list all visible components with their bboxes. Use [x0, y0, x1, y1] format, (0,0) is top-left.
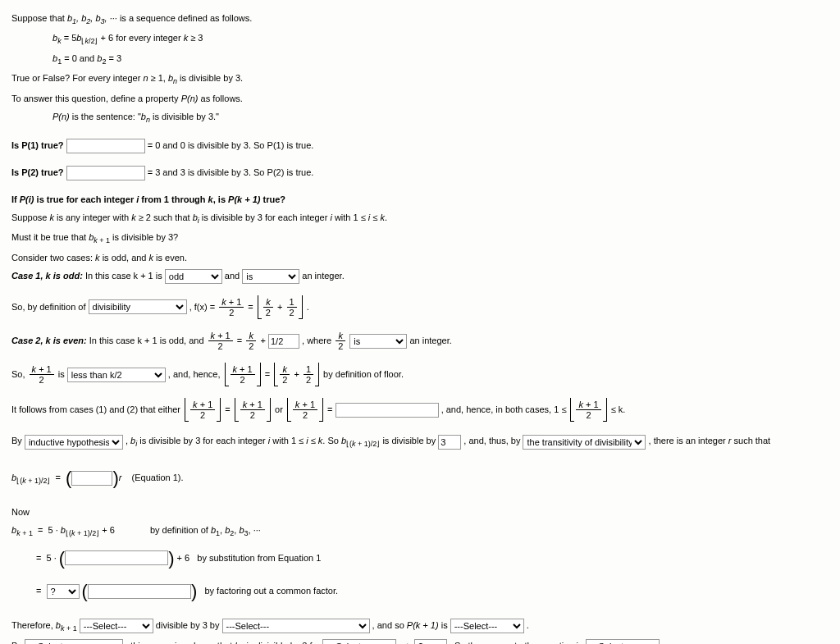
follows-row: It follows from cases (1) and (2) that e…	[11, 398, 829, 422]
t: Therefore, bk + 1	[11, 620, 80, 630]
case2-label: Case 2, k is even:	[11, 335, 87, 345]
t: an integer.	[409, 335, 451, 345]
intro-l4: True or False? For every integer n ≥ 1, …	[11, 71, 829, 88]
t: n ≥	[399, 641, 413, 644]
now-l1: bk + 1 = 5 · b⌊(k + 1)/2⌋ + 6 by definit…	[11, 523, 829, 540]
p1-answer: = 0 and 0 is divisible by 3. So P(1) is …	[148, 140, 314, 150]
t: . So the answer to the question is	[450, 641, 586, 644]
t: is a sequence defined as follows.	[120, 13, 252, 23]
t: So,	[11, 369, 28, 379]
intro-l6: P(n) is the sentence: "bn is divisible b…	[52, 109, 829, 126]
p2-input[interactable]	[66, 166, 145, 180]
p2-row: Is P(2) true? = 3 and 3 is divisible by …	[11, 165, 829, 180]
case2-input-half[interactable]	[268, 334, 299, 349]
t: an integer.	[302, 271, 344, 281]
t: divisible by 3 by	[156, 620, 222, 630]
t: , bi is divisible by 3 for each integer …	[126, 436, 380, 445]
therefore-select-2[interactable]: ---Select---	[222, 619, 370, 633]
t: .	[662, 641, 664, 644]
case1-row: Case 1, k is odd: In this case k + 1 is …	[11, 268, 829, 284]
pk-s1: Suppose k is any integer with k ≥ 2 such…	[11, 210, 829, 227]
t: In this case k + 1 is	[85, 271, 165, 281]
by-input-3[interactable]	[438, 435, 461, 450]
by-select-trans[interactable]: the transitivity of divisibility	[523, 435, 646, 450]
t: , and, thus, by	[463, 436, 523, 445]
reason-2: by substitution from Equation 1	[197, 552, 321, 562]
case2-so: So, k + 12 is less than k/2 , and, hence…	[11, 363, 829, 386]
case1-select-def[interactable]: divisibility	[89, 299, 187, 314]
therefore-row: Therefore, bk + 1 ---Select--- divisible…	[11, 618, 829, 635]
now-select-factor[interactable]: ?	[47, 584, 80, 599]
case2-select-compare[interactable]: less than k/2	[67, 368, 166, 382]
t: or	[275, 404, 285, 414]
reason-1: by definition of b1, b2, b3, ···	[150, 525, 261, 535]
case1-select-parity[interactable]: odd	[165, 269, 222, 284]
t: by definition of floor.	[323, 369, 404, 379]
t: In this case k + 1 is odd, and	[89, 335, 207, 345]
t: So, by definition of	[11, 301, 89, 311]
t: By	[11, 436, 25, 445]
case1-def: So, by definition of divisibility , f(x)…	[11, 295, 829, 319]
now-l3: = ? () by factoring out a common factor.	[36, 576, 829, 606]
t: Suppose that	[11, 13, 67, 23]
final-select-1[interactable]: ---Select---	[25, 639, 123, 644]
t: and	[225, 271, 242, 281]
p1-row: Is P(1) true? = 0 and 0 is divisible by …	[11, 138, 829, 153]
final-select-4[interactable]: ---Select---	[586, 639, 660, 644]
t: By	[11, 641, 25, 644]
t: , and so P(k + 1) is	[372, 620, 450, 630]
t: It follows from cases (1) and (2) that e…	[11, 404, 183, 414]
follows-input[interactable]	[336, 403, 439, 418]
by-hypothesis: By inductive hypothesis , bi is divisibl…	[11, 433, 829, 450]
p2-label: Is P(2) true?	[11, 167, 64, 177]
t: .	[527, 620, 529, 630]
t: , where	[302, 335, 334, 345]
reason-3: by factoring out a common factor.	[204, 586, 338, 596]
final-select-2[interactable]: ---Select---	[322, 639, 396, 644]
t: , f(x) =	[189, 301, 218, 311]
now-label: Now	[11, 505, 829, 520]
now-input-sub[interactable]	[65, 550, 168, 565]
now-l2: = 5 · () + 6 by substitution from Equati…	[36, 543, 829, 573]
final-select-3[interactable]: ?	[414, 639, 447, 644]
pk-heading: If P(i) is true for each integer i from …	[11, 192, 829, 208]
t: , there is an integer r such that	[649, 436, 771, 445]
pk-s3: Consider two cases: k is odd, and k is e…	[11, 250, 829, 266]
intro-l3: b1 = 0 and b2 = 3	[52, 51, 829, 68]
case1-select-is[interactable]: is	[242, 269, 299, 284]
therefore-select-1[interactable]: ---Select---	[80, 619, 153, 633]
intro-l5: To answer this question, define a proper…	[11, 91, 829, 107]
t: , and, hence, in both cases, 1 ≤	[441, 404, 569, 414]
case2-row: Case 2, k is even: In this case k + 1 is…	[11, 331, 829, 351]
sequence-vars: b1, b2, b3, ···	[67, 13, 117, 23]
t: , this reasoning shows that bn is divisi…	[126, 641, 322, 644]
case1-label: Case 1, k is odd:	[11, 271, 83, 281]
equation-1: b⌊(k + 1)/2⌋ = ()r (Equation 1).	[11, 463, 829, 493]
p2-answer: = 3 and 3 is divisible by 3. So P(2) is …	[148, 167, 314, 177]
therefore-select-3[interactable]: ---Select---	[450, 619, 524, 633]
by-select-hyp[interactable]: inductive hypothesis	[25, 435, 123, 450]
now-input-factor[interactable]	[88, 584, 191, 599]
intro-l2: bk = 5b⌊k/2⌋ + 6 for every integer k ≥ 3	[52, 30, 829, 48]
pk-s2: Must it be true that bk + 1 is divisible…	[11, 230, 829, 247]
t: is	[58, 369, 67, 379]
p1-input[interactable]	[66, 139, 145, 153]
p1-label: Is P(1) true?	[11, 140, 64, 150]
case2-select-is[interactable]: is	[349, 334, 407, 349]
t: is divisible by	[382, 436, 438, 445]
t: ≤ k.	[611, 404, 626, 414]
intro-l1: Suppose that b1, b2, b3, ··· is a sequen…	[11, 11, 829, 28]
final-row: By ---Select--- , this reasoning shows t…	[11, 638, 829, 644]
t: , and, hence,	[168, 369, 223, 379]
eq1-input[interactable]	[71, 471, 112, 486]
